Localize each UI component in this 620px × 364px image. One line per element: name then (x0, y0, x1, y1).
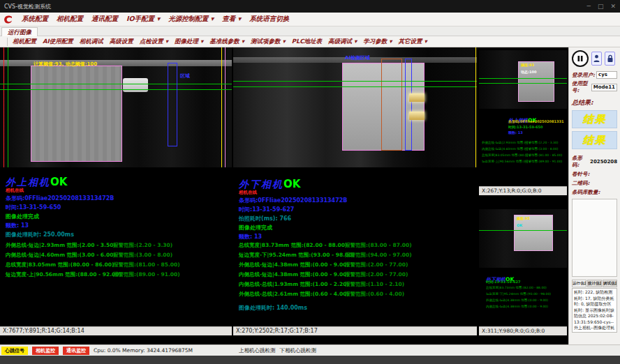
menu-comm-config[interactable]: 通讯配置 (88, 13, 121, 25)
thumbnail-upper-pixel-coordinates: X:267;Y:13;R:0;G:0;B:0 (479, 186, 567, 195)
menu-language-switch[interactable]: 系统语言切换 (246, 13, 293, 25)
tab-run-image[interactable]: 运行图像 (1, 27, 38, 36)
reel-number-label: 卷针号: (572, 171, 617, 178)
minimize-button[interactable]: ─ (587, 3, 591, 10)
tool-advanced-settings[interactable]: 高级设置 (107, 37, 136, 47)
mini-measurement: 内侧总线-短边|4.38mm 范围:(0.00 - 9.00) (486, 303, 551, 310)
app-window: CVS-视觉检测系统 ─ □ ✕ 系统配置 相机配置 通讯配置 IO手配置 ▾ … (0, 0, 620, 364)
window-title: CVS-视觉检测系统 (4, 3, 51, 10)
toolbar-separator (7, 38, 8, 46)
result-box-1: 结果 (572, 110, 617, 128)
bottom-strip (0, 356, 620, 364)
mini-measurement: 外侧总线-短边|2.93mm 范围:(2.00 - 3.50) (482, 139, 525, 146)
upper-camera-heartbeat-check: 上相机心跳检测 (239, 347, 276, 354)
upper-measurements: 外侧总线-短边|2.93mm 范围:(2.00 - 3.50) 报警范围:(2.… (6, 241, 180, 280)
roi-orange (381, 59, 402, 151)
mini-count: 颗数: 13 (508, 130, 564, 135)
measurement-value: 外侧总线-短边|4.38mm 范围:(0.00 - 9.00) (239, 260, 345, 270)
baseline-green-2 (0, 89, 232, 90)
log-tab-stats-info[interactable]: 统计信息 (587, 280, 602, 287)
thumbnail-image-upper: 阈值:93 动态:100 (479, 50, 567, 109)
mini-mark: 阈值:95 (517, 216, 530, 220)
mini-upper-measurements: 外侧总线-短边|2.93mm 范围:(2.00 - 3.50) 报警范围:(2.… (482, 139, 564, 165)
model-label: 使用型号: (572, 80, 590, 94)
log-tab-run-info[interactable]: 运行信息 (572, 280, 586, 287)
camera-monitor-badge: 相机监控 (32, 347, 59, 355)
pause-button[interactable] (572, 50, 589, 67)
log-tab-debug-info[interactable]: 调试信息 (603, 280, 617, 287)
upper-pixel-coordinates: X:7677;Y:891;R:14;G:14;B:14 (0, 326, 232, 335)
barcode-value: 20250208 (590, 159, 617, 165)
tool-spot-check[interactable]: 点检设置 ▾ (137, 37, 171, 47)
mini-mark: OK (517, 223, 522, 227)
mini-upper-info: 条形码:0FFIiae2025020813313472B 时间:13-31-59… (508, 119, 564, 135)
tool-ai-use-config[interactable]: AI使用配置 (40, 37, 76, 47)
login-user-field[interactable]: cys (596, 71, 617, 79)
measurement-row: 短边宽度-下|95.24mm 范围:(93.00 - 98.00) 报警范围:(… (239, 250, 412, 260)
thumbnail-image-lower: 阈值:95 OK (479, 209, 567, 268)
region-label: 区域 (180, 73, 190, 79)
alarm-range: 报警范围:(94.00 - 97.00) (345, 250, 412, 260)
connector-blob (123, 78, 148, 92)
log-output[interactable]: 耗时: 222, 缺陷检测耗时: 17, 缺陷分类耗时: 0, 缺陷提取分区耗时… (572, 288, 617, 333)
mini-measurement: 短边宽度-上|90.56mm 范围:(88.00 - 92.00) (482, 158, 525, 165)
tool-camera-debug[interactable]: 相机调试 (77, 37, 106, 47)
thumbnail-view-upper[interactable]: 阈值:93 动态:100 外上相机OK 条形码:0FFIiae202502081… (479, 50, 567, 195)
menu-view[interactable]: 查看 ▾ (219, 13, 244, 25)
tab-strip: 运行图像 (0, 26, 620, 36)
lower-pixel-coordinates: X:270;Y:2502;R:17;G:17;B:17 (233, 326, 477, 335)
camera-image-upper: 计算阈值:93, 动态阈值:100 区域 (0, 47, 232, 167)
thumbnail-view-lower[interactable]: 阈值:95 OK 外下相机OK 时间:13-31-59-627 总线宽度|83.… (479, 197, 567, 335)
tool-plc-address[interactable]: PLC地址表 (289, 37, 325, 47)
maximize-button[interactable]: □ (598, 3, 604, 10)
baseline-green-1 (233, 81, 477, 82)
barcode-list-box[interactable] (572, 199, 617, 277)
heartbeat-badge: 心跳信号 (1, 347, 28, 355)
alarm-range: 报警范围:(2.00 - 77.00) (345, 270, 408, 280)
app-status-bar: 心跳信号 相机监控 通讯监控 Cpu: 0.0% Memory: 3424.41… (0, 344, 620, 356)
upper-camera-status: 相机在线 (6, 188, 114, 194)
total-result-label: 总结果: (572, 98, 617, 107)
camera-view-upper[interactable]: 计算阈值:93, 动态阈值:100 区域 外上相机OK 相机在线 条形码:0FF… (0, 47, 232, 335)
result-box-2: 结果 (572, 131, 617, 149)
lower-camera-name: 外下相机 (239, 179, 283, 190)
control-panel: 登录用户: cys 使用型号: Mode11 总结果: 结果 结果 条形码: 2… (568, 47, 620, 344)
tool-advanced-debug[interactable]: 高级调试 ▾ (325, 37, 360, 47)
menu-light-config[interactable]: 光源控制配置 ▾ (165, 13, 217, 25)
roi-blue (405, 59, 412, 151)
tool-learning-params[interactable]: 学习参数 ▾ (360, 37, 394, 47)
tool-other-settings[interactable]: 其它设置 ▾ (396, 37, 430, 47)
guide-line-magenta (225, 47, 226, 167)
mini-measurement: 总线宽度|83.05mm 范围:(80.00 - 86.00) (482, 152, 525, 158)
measurement-row: 外侧总线-短边|4.38mm 范围:(0.00 - 9.00) 报警范围:(2.… (239, 260, 412, 270)
tool-test-params[interactable]: 测试项参数 ▾ (248, 37, 288, 47)
model-field[interactable]: Mode11 (591, 84, 617, 91)
tool-camera-config[interactable]: 相机配置 (10, 37, 39, 47)
battery-cell-region (31, 66, 122, 162)
ai-region-label: AI检测区域 (345, 54, 370, 61)
camera-view-lower[interactable]: AI检测区域 外下相机OK 相机在线 条形码:0FFIiae2025020813… (233, 47, 477, 335)
thumbnail-lower-pixel-coordinates: X:311;Y:980;R:0;G:0;B:0 (479, 326, 567, 335)
upper-process-time: 图像处理耗时: 250.00ms (6, 230, 114, 239)
lower-measurements: 总线宽度|83.73mm 范围:(82.00 - 88.00) 报警范围:(83… (239, 241, 412, 312)
mini-time: 时间:13-31-59-627 (486, 279, 551, 285)
mini-alarm: 报警范围:(81.00 - 85.00) (525, 152, 564, 158)
upper-time: 时间:13-31-59-650 (6, 203, 114, 212)
tool-image-processing[interactable]: 图像处理 ▾ (172, 37, 206, 47)
menu-io-config[interactable]: IO手配置 ▾ (123, 13, 163, 25)
tool-baseline-params[interactable]: 基准线参数 ▾ (207, 37, 247, 47)
mini-measurement: 外侧总线-短边|4.38mm 范围:(0.00 - 9.00) (486, 297, 551, 303)
close-button[interactable]: ✕ (610, 3, 616, 10)
menu-system-config[interactable]: 系统配置 (18, 13, 52, 25)
measurement-value: 内侧总线-短边|4.38mm 范围:(0.00 - 9.00) (239, 270, 345, 280)
alarm-range: 报警范围:(2.00 - 77.00) (345, 260, 408, 270)
menu-camera-config[interactable]: 相机配置 (53, 13, 87, 25)
lock-button[interactable] (605, 52, 615, 66)
measurement-row: 外侧总线-短边|2.93mm 范围:(2.00 - 3.50) 报警范围:(2.… (6, 241, 180, 250)
alarm-range: 报警范围:(89.00 - 91.00) (113, 270, 180, 280)
lower-result-block: 外下相机OK 相机在线 条形码:0FFIiae2025020813313472B… (239, 177, 347, 241)
measurement-row: 内侧总线-短边|4.38mm 范围:(0.00 - 9.00) 报警范围:(2.… (239, 270, 412, 280)
user-button[interactable] (591, 52, 602, 66)
mini-alarm: 报警范围:(89.00 - 91.00) (525, 158, 564, 165)
upper-process-done: 图像处理完成 (6, 212, 114, 221)
